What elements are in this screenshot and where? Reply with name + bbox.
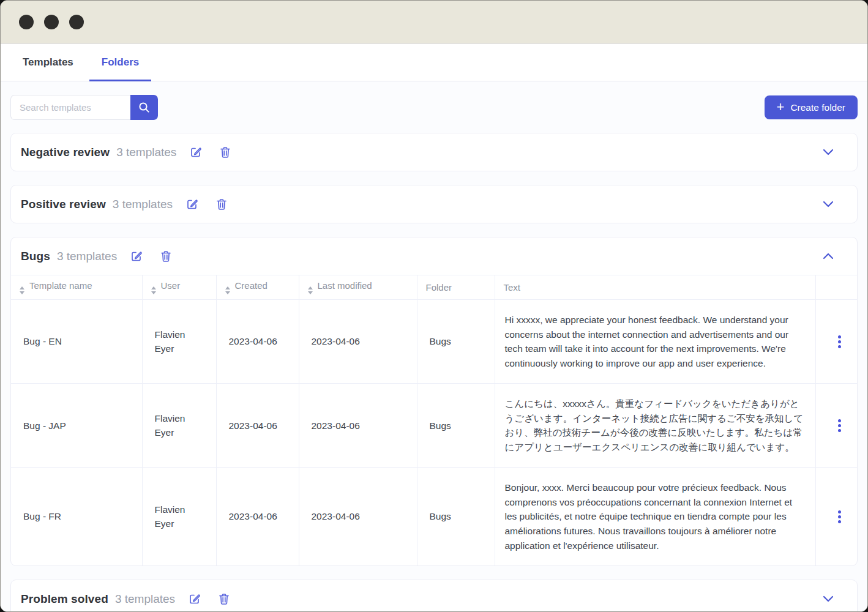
cell-template-name: Bug - FR <box>11 468 142 565</box>
folder-template-count: 3 templates <box>115 592 175 606</box>
column-header-created[interactable]: Created <box>216 275 299 300</box>
tab-bar: Templates Folders <box>1 43 867 81</box>
folder-name: Bugs <box>21 250 50 263</box>
expand-folder-button[interactable] <box>823 595 834 602</box>
column-header-template-name[interactable]: Template name <box>11 275 142 300</box>
chevron-down-icon <box>823 149 834 155</box>
table-header-row: Template name User Created Last modified <box>11 275 858 300</box>
cell-created: 2023-04-06 <box>216 468 299 565</box>
column-header-user[interactable]: User <box>142 275 216 300</box>
plus-icon: + <box>777 100 785 114</box>
folder-header[interactable]: Negative review 3 templates <box>11 133 857 171</box>
cell-created: 2023-04-06 <box>216 384 299 468</box>
folder-card-positive-review: Positive review 3 templates <box>10 185 858 223</box>
edit-icon <box>130 250 143 263</box>
search-group <box>10 95 158 120</box>
cell-template-name: Bug - EN <box>11 300 142 384</box>
cell-folder: Bugs <box>417 300 495 384</box>
search-input[interactable] <box>10 95 130 120</box>
app-window: Templates Folders + Create fo <box>0 0 868 612</box>
edit-folder-button[interactable] <box>188 592 201 606</box>
table-row: Bug - FR Flavien Eyer 2023-04-06 2023-04… <box>11 468 858 565</box>
folder-template-count: 3 templates <box>57 250 117 263</box>
delete-folder-button[interactable] <box>160 250 172 263</box>
folder-header[interactable]: Positive review 3 templates <box>11 185 857 223</box>
cell-user: Flavien Eyer <box>142 300 216 384</box>
window-close-button[interactable] <box>19 15 34 29</box>
kebab-menu-icon <box>838 510 841 513</box>
sort-arrows-icon <box>308 286 313 294</box>
main-content: + Create folder Negative review 3 templa… <box>1 81 867 611</box>
folder-template-count: 3 templates <box>116 146 176 159</box>
folder-card-bugs: Bugs 3 templates <box>10 237 858 566</box>
chevron-up-icon <box>823 253 834 259</box>
table-row: Bug - EN Flavien Eyer 2023-04-06 2023-04… <box>11 300 858 384</box>
templates-table: Template name User Created Last modified <box>11 275 858 565</box>
create-folder-button[interactable]: + Create folder <box>765 95 858 119</box>
window-maximize-button[interactable] <box>69 15 84 29</box>
search-button[interactable] <box>130 95 158 120</box>
row-menu-button[interactable] <box>836 333 844 351</box>
delete-folder-button[interactable] <box>219 146 231 159</box>
folder-header[interactable]: Bugs 3 templates <box>11 237 857 275</box>
window-titlebar <box>1 1 867 43</box>
folder-card-problem-solved: Problem solved 3 templates <box>10 580 858 611</box>
trash-icon <box>218 592 230 606</box>
column-header-folder: Folder <box>417 275 495 300</box>
cell-actions <box>815 468 858 565</box>
delete-folder-button[interactable] <box>218 592 230 606</box>
cell-text: Bonjour, xxxx. Merci beaucoup pour votre… <box>495 468 815 565</box>
tab-folders[interactable]: Folders <box>100 43 140 81</box>
sort-arrows-icon <box>20 286 24 294</box>
sort-arrows-icon <box>225 286 230 294</box>
window-minimize-button[interactable] <box>44 15 59 29</box>
folder-name: Problem solved <box>21 592 108 606</box>
chevron-down-icon <box>823 201 834 207</box>
delete-folder-button[interactable] <box>215 198 228 211</box>
search-icon <box>138 102 150 113</box>
edit-folder-button[interactable] <box>185 198 199 211</box>
chevron-down-icon <box>823 595 834 602</box>
column-header-actions <box>815 275 858 300</box>
edit-icon <box>189 146 203 159</box>
edit-icon <box>185 198 199 211</box>
expand-folder-button[interactable] <box>823 201 834 207</box>
cell-text: Hi xxxxx, we appreciate your honest feed… <box>495 300 815 384</box>
expand-folder-button[interactable] <box>823 149 834 155</box>
cell-folder: Bugs <box>417 468 495 565</box>
cell-last-modified: 2023-04-06 <box>299 384 417 468</box>
table-row: Bug - JAP Flavien Eyer 2023-04-06 2023-0… <box>11 384 858 468</box>
cell-actions <box>815 300 858 384</box>
column-header-text: Text <box>495 275 815 300</box>
sort-arrows-icon <box>151 286 156 294</box>
column-header-last-modified[interactable]: Last modified <box>299 275 417 300</box>
cell-text: こんにちは、xxxxxさん。貴重なフィードバックをいただきありがとうございます。… <box>495 384 815 468</box>
trash-icon <box>160 250 172 263</box>
cell-actions <box>815 384 858 468</box>
cell-last-modified: 2023-04-06 <box>299 300 417 384</box>
create-folder-label: Create folder <box>790 102 845 113</box>
trash-icon <box>215 198 228 211</box>
trash-icon <box>219 146 231 159</box>
folder-name: Negative review <box>21 146 110 159</box>
edit-folder-button[interactable] <box>130 250 143 263</box>
cell-created: 2023-04-06 <box>216 300 299 384</box>
folder-header[interactable]: Problem solved 3 templates <box>11 580 857 611</box>
row-menu-button[interactable] <box>836 417 844 435</box>
cell-folder: Bugs <box>417 384 495 468</box>
tab-templates[interactable]: Templates <box>21 43 75 81</box>
toolbar: + Create folder <box>10 95 858 120</box>
kebab-menu-icon <box>838 419 841 422</box>
row-menu-button[interactable] <box>836 508 844 526</box>
kebab-menu-icon <box>838 335 841 338</box>
folder-template-count: 3 templates <box>113 198 173 211</box>
collapse-folder-button[interactable] <box>823 253 834 259</box>
cell-template-name: Bug - JAP <box>11 384 142 468</box>
folder-name: Positive review <box>21 198 106 211</box>
cell-user: Flavien Eyer <box>142 384 216 468</box>
cell-user: Flavien Eyer <box>142 468 216 565</box>
edit-folder-button[interactable] <box>189 146 203 159</box>
folder-card-negative-review: Negative review 3 templates <box>10 133 858 171</box>
edit-icon <box>188 592 201 606</box>
cell-last-modified: 2023-04-06 <box>299 468 417 565</box>
